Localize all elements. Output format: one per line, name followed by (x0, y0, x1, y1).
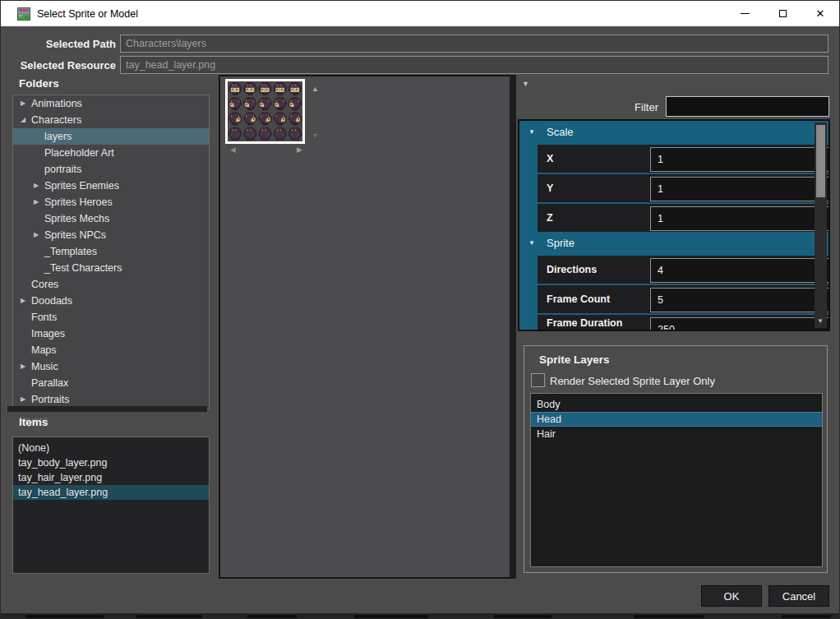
tree-collapsed-icon[interactable]: ▶ (21, 358, 25, 375)
folder-tree-item-label: portraits (44, 164, 81, 175)
folder-tree-item-sprites-enemies[interactable]: ▶Sprites Enemies (13, 178, 209, 194)
property-label: Frame Count (547, 285, 648, 313)
folder-tree-item--test-characters[interactable]: _Test Characters (13, 260, 209, 276)
property-grid-scrollbar[interactable]: ▼ (815, 122, 827, 328)
scroll-left-icon[interactable]: ◀ (230, 146, 236, 154)
property-row-frame-count: Frame Count5 (538, 284, 828, 313)
folder-tree-item-label: Sprites Enemies (44, 180, 119, 192)
filter-input[interactable] (666, 96, 829, 117)
sprite-preview-panel: ▲ ▼ ◀ ▶ (219, 75, 512, 579)
tree-expanded-icon[interactable]: ◢ (21, 112, 25, 128)
tree-collapsed-icon[interactable]: ▶ (34, 178, 39, 194)
property-spinner[interactable]: 1 (650, 177, 830, 201)
items-list-row[interactable]: tay_hair_layer.png (13, 470, 209, 485)
folder-tree: ▶Animations◢CharacterslayersPlaceholder … (12, 95, 210, 409)
folder-tree-item-sprites-npcs[interactable]: ▶Sprites NPCs (13, 227, 209, 243)
property-value: 4 (658, 265, 663, 276)
sprite-sheet-canvas (228, 81, 302, 141)
title-bar[interactable]: Select Sprite or Model ✕ (1, 1, 839, 26)
folder-tree-item-parallax[interactable]: Parallax (13, 375, 209, 391)
property-spinner[interactable]: 250 (650, 317, 830, 331)
property-label: X (547, 145, 648, 173)
folder-tree-item-label: Sprites NPCs (44, 229, 106, 241)
folders-heading: Folders (19, 77, 59, 90)
spin-down-icon[interactable] (816, 329, 823, 331)
render-selected-layer-label: Render Selected Sprite Layer Only (550, 375, 715, 387)
folder-tree-item-label: Images (31, 328, 65, 340)
folder-tree-item-label: Placeholder Art (44, 147, 114, 159)
folder-tree-item-sprites-heroes[interactable]: ▶Sprites Heroes (13, 194, 209, 210)
folder-tree-item-cores[interactable]: Cores (13, 276, 209, 293)
folder-tree-item-fonts[interactable]: Fonts (13, 309, 209, 326)
scrollbar-down-icon[interactable]: ▼ (817, 317, 824, 325)
tree-collapsed-icon[interactable]: ▶ (34, 194, 39, 210)
ok-button[interactable]: OK (701, 585, 762, 607)
folder-tree-item-sprites-mechs[interactable]: Sprites Mechs (13, 210, 209, 227)
folder-tree-item-label: _Test Characters (44, 262, 122, 274)
render-selected-layer-checkbox[interactable] (531, 373, 545, 387)
items-list-row[interactable]: tay_head_layer.png (13, 485, 209, 500)
scroll-right-icon[interactable]: ▶ (297, 146, 302, 154)
property-row-y: Y1 (538, 173, 828, 202)
property-value: 1 (658, 183, 663, 195)
panel-collapse-icon[interactable]: ▼ (522, 80, 529, 88)
items-list-row[interactable]: (None) (13, 441, 209, 455)
items-heading-wrap: layers Items (19, 414, 48, 429)
folder-tree-item-placeholder-art[interactable]: Placeholder Art (13, 145, 209, 161)
property-value: 1 (658, 213, 663, 224)
section-header-scale[interactable]: ▼Scale (519, 121, 828, 143)
folder-tree-item-maps[interactable]: Maps (13, 342, 209, 358)
folder-tree-item-label: Doodads (31, 295, 72, 307)
sprite-layer-row-hair[interactable]: Hair (531, 427, 822, 441)
property-value: 5 (658, 294, 663, 306)
scroll-down-icon[interactable]: ▼ (312, 132, 319, 140)
folder-tree-item-portraits[interactable]: portraits (13, 161, 209, 178)
folder-tree-item-images[interactable]: Images (13, 326, 209, 342)
folder-tree-item-label: layers (44, 131, 72, 142)
sprite-layers-title: Sprite Layers (539, 353, 610, 366)
sprite-layers-list: BodyHeadHair (530, 393, 823, 567)
sprite-layer-row-head[interactable]: Head (531, 412, 822, 427)
property-spinner[interactable]: 1 (650, 147, 830, 172)
sprite-sheet-thumbnail[interactable] (225, 79, 305, 144)
vertical-splitter[interactable] (510, 75, 516, 579)
folder-tree-item-layers[interactable]: layers (13, 128, 209, 145)
window-title: Select Sprite or Model (37, 8, 138, 20)
maximize-button[interactable] (764, 1, 801, 26)
selected-resource-field[interactable]: tay_head_layer.png (120, 56, 828, 74)
property-spinner[interactable]: 1 (650, 206, 830, 231)
folder-tree-item-animations[interactable]: ▶Animations (13, 95, 209, 112)
horizontal-splitter[interactable] (7, 406, 207, 412)
selected-path-label: Selected Path (11, 38, 116, 50)
property-row-directions: Directions4▼ (538, 254, 828, 284)
items-list-row[interactable]: tay_body_layer.png (13, 455, 209, 470)
section-title: Sprite (547, 237, 575, 249)
tree-collapsed-icon[interactable]: ▶ (21, 293, 25, 309)
sprite-layer-row-body[interactable]: Body (531, 397, 822, 412)
section-expanded-icon[interactable]: ▼ (528, 232, 535, 254)
folder-tree-item-music[interactable]: ▶Music (13, 358, 209, 375)
scrollbar-thumb[interactable] (816, 125, 825, 197)
section-expanded-icon[interactable]: ▼ (528, 121, 535, 143)
maximize-icon (779, 10, 787, 17)
folder-tree-item-doodads[interactable]: ▶Doodads (13, 293, 209, 309)
minimize-button[interactable] (726, 1, 764, 26)
tree-collapsed-icon[interactable]: ▶ (21, 391, 25, 408)
tree-collapsed-icon[interactable]: ▶ (21, 95, 25, 112)
property-label: Directions (547, 256, 648, 284)
scroll-up-icon[interactable]: ▲ (312, 85, 319, 93)
selected-resource-label: Selected Resource (11, 59, 116, 72)
select-sprite-dialog: Select Sprite or Model ✕ Selected Path C… (0, 0, 840, 619)
filter-label: Filter (576, 101, 658, 113)
property-spinner[interactable]: 5 (650, 288, 830, 312)
folder-tree-item-label: Sprites Heroes (44, 196, 113, 208)
selected-path-field[interactable]: Characters\layers (120, 35, 828, 53)
cancel-button[interactable]: Cancel (768, 585, 829, 607)
folder-tree-item--templates[interactable]: _Templates (13, 243, 209, 260)
close-button[interactable]: ✕ (801, 1, 839, 26)
section-header-sprite[interactable]: ▼Sprite (519, 232, 828, 254)
property-dropdown[interactable]: 4▼ (650, 258, 830, 283)
folder-tree-item-portraits[interactable]: ▶Portraits (13, 391, 209, 408)
tree-collapsed-icon[interactable]: ▶ (34, 227, 39, 243)
folder-tree-item-characters[interactable]: ◢Characters (13, 112, 209, 128)
